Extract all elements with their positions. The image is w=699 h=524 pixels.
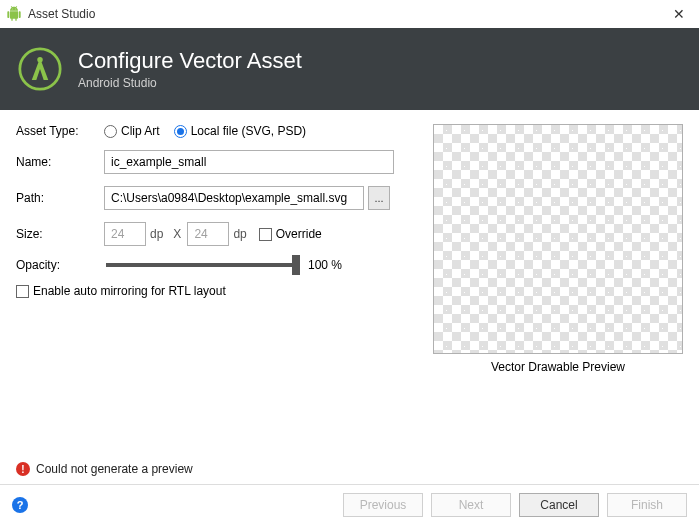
opacity-slider[interactable] [106,263,296,267]
size-height-input [187,222,229,246]
previous-button: Previous [343,493,423,517]
opacity-value: 100 % [308,258,342,272]
checkbox-icon [259,228,272,241]
preview-canvas [433,124,683,354]
radio-icon [104,125,117,138]
size-sep: X [173,227,181,241]
slider-thumb[interactable] [292,255,300,275]
page-heading: Configure Vector Asset [78,48,302,74]
help-icon[interactable]: ? [12,497,28,513]
rtl-label: Enable auto mirroring for RTL layout [33,284,226,298]
radio-icon [174,125,187,138]
titlebar: Asset Studio ✕ [0,0,699,28]
size-unit-h: dp [233,227,246,241]
browse-button[interactable]: ... [368,186,390,210]
name-input[interactable] [104,150,394,174]
path-label: Path: [16,191,104,205]
size-unit-w: dp [150,227,163,241]
rtl-checkbox[interactable]: Enable auto mirroring for RTL layout [16,284,226,298]
android-studio-logo [18,47,62,91]
banner: Configure Vector Asset Android Studio [0,28,699,110]
slider-fill [106,263,296,267]
footer: ? Previous Next Cancel Finish [0,484,699,524]
cancel-button[interactable]: Cancel [519,493,599,517]
radio-clip-art-label: Clip Art [121,124,160,138]
checkbox-icon [16,285,29,298]
radio-local-file-label: Local file (SVG, PSD) [191,124,306,138]
error-icon: ! [16,462,30,476]
size-width-input [104,222,146,246]
override-label: Override [276,227,322,241]
next-button: Next [431,493,511,517]
page-subtitle: Android Studio [78,76,302,90]
window-title: Asset Studio [28,7,665,21]
asset-type-label: Asset Type: [16,124,104,138]
finish-button: Finish [607,493,687,517]
error-text: Could not generate a preview [36,462,193,476]
radio-clip-art[interactable]: Clip Art [104,124,160,138]
preview-caption: Vector Drawable Preview [433,360,683,374]
close-icon[interactable]: ✕ [665,6,693,22]
override-checkbox[interactable]: Override [259,227,322,241]
size-label: Size: [16,227,104,241]
svg-point-1 [37,57,43,63]
name-label: Name: [16,155,104,169]
opacity-label: Opacity: [16,258,104,272]
android-icon [6,6,22,22]
radio-local-file[interactable]: Local file (SVG, PSD) [174,124,306,138]
error-message: ! Could not generate a preview [16,462,193,476]
path-input[interactable] [104,186,364,210]
